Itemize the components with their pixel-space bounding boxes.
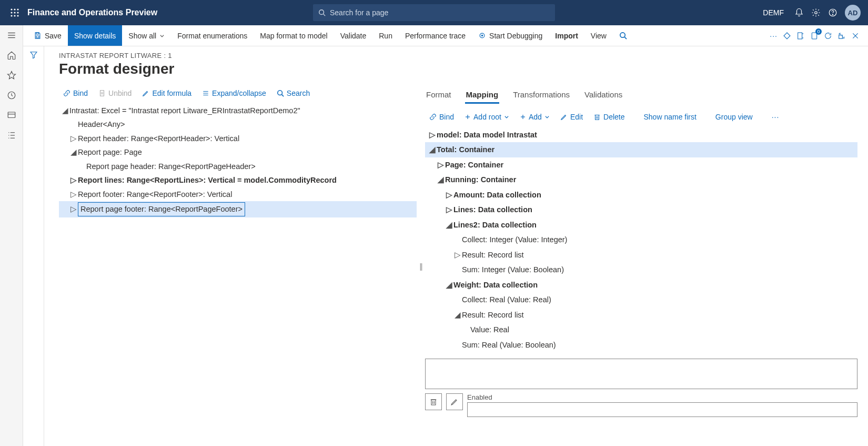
company-code[interactable]: DEMF — [763, 8, 784, 17]
global-nav: Finance and Operations Preview Search fo… — [0, 0, 868, 25]
global-search[interactable]: Search for a page — [313, 4, 555, 21]
svg-point-3 — [11, 12, 12, 13]
svg-point-4 — [14, 12, 15, 13]
product-title: Finance and Operations Preview — [27, 8, 157, 17]
svg-line-10 — [324, 14, 326, 16]
svg-point-5 — [17, 12, 18, 13]
app-launcher-icon[interactable] — [4, 8, 25, 17]
gear-icon[interactable] — [811, 8, 821, 17]
svg-point-9 — [319, 10, 324, 15]
help-icon[interactable] — [828, 8, 837, 17]
user-avatar[interactable]: AD — [845, 5, 861, 21]
svg-point-6 — [11, 15, 12, 16]
notifications-icon[interactable] — [794, 8, 804, 17]
search-placeholder: Search for a page — [330, 8, 388, 17]
svg-point-8 — [17, 15, 18, 16]
svg-point-7 — [14, 15, 15, 16]
svg-point-13 — [832, 14, 833, 15]
svg-point-2 — [17, 8, 18, 10]
svg-point-11 — [815, 12, 817, 14]
svg-point-0 — [11, 8, 12, 10]
svg-point-1 — [14, 8, 15, 10]
